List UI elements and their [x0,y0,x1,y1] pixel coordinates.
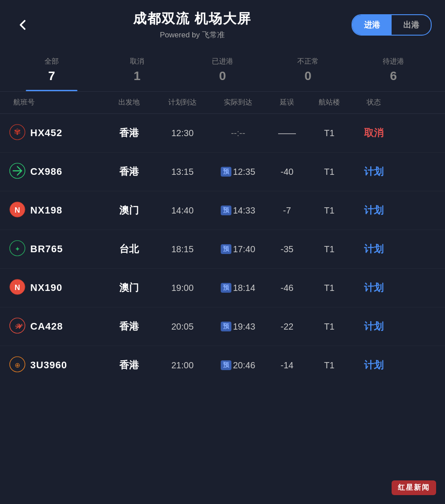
col-header-5: 航站楼 [307,98,352,107]
col-header-6: 状态 [352,98,396,107]
flight-origin-4: 澳门 [102,281,156,294]
flight-delay-3: -35 [267,244,307,254]
flight-actual-3: 预17:40 [209,244,267,254]
flight-number-5: CA428 [30,321,63,332]
flight-terminal-4: T1 [307,283,352,293]
flight-status-4: 计划 [352,281,396,294]
svg-text:✦: ✦ [15,245,20,253]
flight-terminal-0: T1 [307,128,352,138]
stat-item-4[interactable]: 待进港6 [351,51,436,91]
flight-actual-4: 预18:14 [209,283,267,293]
flight-terminal-3: T1 [307,244,352,254]
flight-planned-1: 13:15 [156,167,209,177]
flight-row[interactable]: ⊕ 3U3960 香港21:00预20:46-14T1计划 [0,346,445,384]
flight-delay-4: -46 [267,283,307,293]
flight-number-1: CX986 [30,166,62,177]
col-header-4: 延误 [267,98,307,107]
flight-terminal-6: T1 [307,360,352,371]
col-header-1: 出发地 [102,98,156,107]
flight-origin-5: 香港 [102,320,156,333]
flight-terminal-2: T1 [307,206,352,216]
flight-delay-2: -7 [267,206,307,216]
flight-planned-5: 20:05 [156,322,209,332]
flight-planned-2: 14:40 [156,206,209,216]
svg-text:N: N [15,206,20,214]
flight-number-cell-0: ✾ HX452 [9,124,102,142]
flight-terminal-5: T1 [307,322,352,332]
header: 成都双流 机场大屏 Powered by 飞常准 进港 出港 [0,0,445,47]
flight-planned-4: 19:00 [156,283,209,293]
flight-terminal-1: T1 [307,167,352,177]
flight-number-cell-3: ✦ BR765 [9,240,102,258]
flight-number-cell-5: 𝒲 CA428 [9,317,102,336]
flight-number-2: NX198 [30,205,62,216]
flight-origin-1: 香港 [102,165,156,178]
flight-origin-0: 香港 [102,126,156,140]
flight-planned-6: 21:00 [156,360,209,371]
flight-row[interactable]: 𝒲 CA428 香港20:05预19:43-22T1计划 [0,307,445,346]
stat-item-0[interactable]: 全部7 [9,51,94,91]
page-title: 成都双流 机场大屏 [33,10,352,28]
stats-bar: 全部7取消1已进港0不正常0待进港6 [0,51,445,92]
flight-origin-3: 台北 [102,242,156,256]
flight-delay-6: -14 [267,360,307,371]
flight-row[interactable]: ✦ BR765 台北18:15预17:40-35T1计划 [0,230,445,269]
airline-icon-4: N [9,278,26,297]
flight-actual-0: --:-- [209,128,267,138]
airline-icon-0: ✾ [9,124,26,142]
flight-actual-1: 预12:35 [209,167,267,177]
flight-delay-1: -40 [267,167,307,177]
tab-arriving[interactable]: 进港 [352,15,392,35]
header-center: 成都双流 机场大屏 Powered by 飞常准 [33,10,352,40]
flight-number-cell-2: N NX198 [9,201,102,220]
col-header-2: 计划到达 [156,98,209,107]
flight-row[interactable]: N NX190 澳门19:00预18:14-46T1计划 [0,269,445,307]
flight-actual-2: 预14:33 [209,206,267,216]
flight-number-6: 3U3960 [30,359,67,371]
flight-origin-6: 香港 [102,359,156,372]
flight-number-0: HX452 [30,127,62,139]
flight-number-cell-6: ⊕ 3U3960 [9,356,102,375]
flight-status-6: 计划 [352,359,396,372]
stat-item-3[interactable]: 不正常0 [265,51,351,91]
column-headers: 航班号出发地计划到达实际到达延误航站楼状态 [0,92,445,114]
svg-text:⊕: ⊕ [15,361,20,369]
back-button[interactable] [13,15,33,35]
flight-actual-5: 预19:43 [209,322,267,332]
flight-actual-6: 预20:46 [209,360,267,371]
flight-row[interactable]: N NX198 澳门14:40预14:33-7T1计划 [0,191,445,230]
page-subtitle: Powered by 飞常准 [33,30,352,40]
airline-icon-3: ✦ [9,240,26,258]
flight-status-3: 计划 [352,242,396,256]
airline-icon-5: 𝒲 [9,317,26,336]
svg-text:N: N [15,283,20,292]
flight-status-5: 计划 [352,320,396,333]
stat-item-2[interactable]: 已进港0 [180,51,265,91]
flight-number-3: BR765 [30,243,63,255]
flight-row[interactable]: ✾ HX452 香港12:30--:--——T1取消 [0,114,445,153]
col-header-0: 航班号 [9,98,102,107]
flight-delay-0: —— [267,128,307,138]
watermark: 红星新闻 [392,480,436,495]
flight-status-0: 取消 [352,126,396,140]
flight-status-1: 计划 [352,165,396,178]
tab-group: 进港 出港 [352,14,432,36]
flight-number-cell-4: N NX190 [9,278,102,297]
flight-number-4: NX190 [30,282,62,294]
flight-delay-5: -22 [267,322,307,332]
svg-text:✾: ✾ [14,127,21,137]
flights-list: ✾ HX452 香港12:30--:--——T1取消 CX986 香港13:15… [0,114,445,384]
flight-planned-3: 18:15 [156,244,209,254]
flight-number-cell-1: CX986 [9,162,102,181]
flight-row[interactable]: CX986 香港13:15预12:35-40T1计划 [0,153,445,191]
stat-item-1[interactable]: 取消1 [94,51,180,91]
airline-icon-2: N [9,201,26,220]
tab-departing[interactable]: 出港 [392,15,431,35]
flight-origin-2: 澳门 [102,204,156,217]
airline-icon-1 [9,162,26,181]
col-header-3: 实际到达 [209,98,267,107]
flight-planned-0: 12:30 [156,128,209,138]
flight-status-2: 计划 [352,204,396,217]
airline-icon-6: ⊕ [9,356,26,375]
